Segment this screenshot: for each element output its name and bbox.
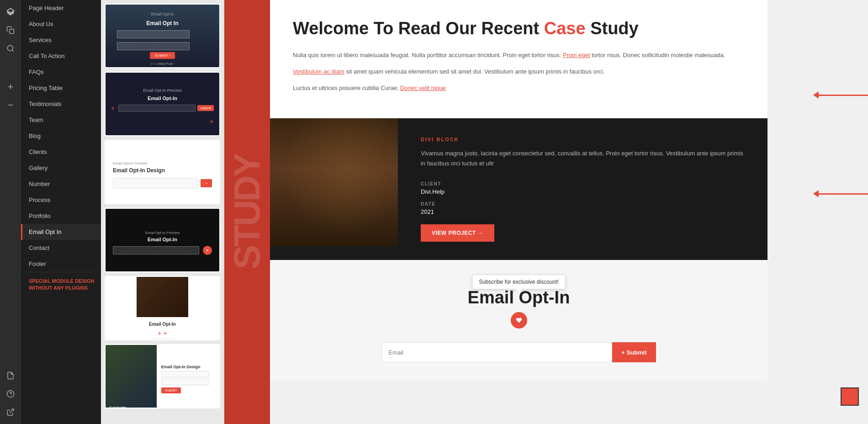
card3-submit-btn[interactable]: → [201, 179, 212, 187]
copy-icon[interactable] [2, 22, 19, 38]
help-icon[interactable] [2, 386, 19, 402]
case-body-1: Nulla quis lorem ut libero malesuada feu… [293, 50, 745, 60]
svg-rect-1 [10, 29, 14, 34]
vertical-text: STUDY [229, 154, 265, 269]
case-study-section: Welcome To Read Our Recent Case Study Nu… [270, 0, 767, 118]
card4-circle-btn[interactable] [203, 246, 212, 255]
thumbnail-panel: Email Opt In Email Opt In SUBMIT › • • •… [101, 0, 224, 424]
sidebar-item-footer[interactable]: Footer [21, 256, 101, 272]
divi-block-label: DIVI BLOCK [421, 137, 745, 142]
color-swatch[interactable] [841, 387, 859, 406]
email-submit-button[interactable]: + Submit [612, 342, 656, 362]
sidebar-item-page-header[interactable]: Page Header [21, 0, 101, 16]
email-input[interactable] [382, 342, 613, 362]
sidebar-item-blog[interactable]: Blog [21, 128, 101, 144]
search-icon[interactable] [2, 40, 19, 57]
nav-sidebar: Page Header About Us Services Call To Ac… [21, 0, 101, 424]
project-meta: CLIENT Divi.Help DATE 2021 [421, 181, 745, 215]
sidebar-item-services[interactable]: Services [21, 32, 101, 48]
arrow-indicator-2 [813, 190, 868, 197]
vestibulum-link[interactable]: Vestibulum ac diam [293, 68, 344, 75]
sidebar-item-pricing-table[interactable]: Pricing Table [21, 80, 101, 96]
page-icon[interactable] [2, 367, 19, 384]
thumbnail-6[interactable]: Get Notify On The Latest Design Email Op… [105, 344, 220, 408]
right-panel [767, 0, 868, 424]
project-info: DIVI BLOCK Vivamus magna justo, lacinia … [398, 118, 767, 260]
donec-link[interactable]: Donec velit nique [400, 85, 446, 91]
external-link-icon[interactable] [2, 404, 19, 420]
sidebar-item-number[interactable]: Number [21, 176, 101, 192]
email-form: + Submit [382, 342, 656, 362]
card6-submit-btn[interactable]: SUBMIT [161, 387, 180, 393]
vertical-text-area: STUDY [224, 0, 270, 424]
project-card: DIVI BLOCK Vivamus magna justo, lacinia … [270, 118, 767, 260]
sidebar-item-gallery[interactable]: Gallery [21, 160, 101, 176]
sidebar-item-call-to-action[interactable]: Call To Action [21, 48, 101, 64]
svg-marker-10 [206, 249, 208, 252]
sidebar-item-email-opt-in[interactable]: Email Opt In [21, 224, 101, 240]
case-body-3: Luctus et ultrices posuere cubilia Curae… [293, 83, 745, 93]
svg-line-9 [10, 409, 14, 413]
subscribe-tooltip: Subscribe for exclusive discount! [472, 275, 566, 289]
icon-sidebar [0, 0, 21, 424]
email-optin-section: DIVI BLOCK Email Opt-In Subscribe for ex… [270, 260, 767, 381]
title-highlight: Case [544, 19, 586, 38]
sidebar-item-faqs[interactable]: FAQs [21, 64, 101, 80]
svg-point-2 [7, 45, 13, 51]
add-icon[interactable] [2, 79, 19, 95]
view-project-button[interactable]: VIEW PROJECT → [421, 224, 494, 242]
sidebar-item-portfolio[interactable]: Portfolio [21, 208, 101, 224]
sidebar-item-process[interactable]: Process [21, 192, 101, 208]
svg-line-3 [12, 50, 13, 51]
proin-eget-link[interactable]: Proin eget [563, 52, 590, 58]
subtract-icon[interactable] [2, 97, 19, 113]
main-area: STUDY Welcome To Read Our Recent Case St… [224, 0, 868, 424]
sidebar-item-about-us[interactable]: About Us [21, 16, 101, 32]
thumbnail-3[interactable]: Email Opt-In Preview Email Opt-In Design… [105, 140, 220, 204]
layers-icon[interactable] [2, 4, 19, 20]
preview-scroll-area[interactable]: Welcome To Read Our Recent Case Study Nu… [270, 0, 767, 424]
arrow-indicator-1 [813, 91, 868, 99]
case-body-2: Vestibulum ac diam sit amet quam vehicul… [293, 67, 745, 77]
thumbnail-1[interactable]: Email Opt In Email Opt In SUBMIT › • • •… [105, 4, 220, 68]
sidebar-item-clients[interactable]: Clients [21, 144, 101, 160]
sidebar-item-testimonials[interactable]: Testimonials [21, 96, 101, 112]
card1-submit-btn[interactable]: SUBMIT › [150, 52, 175, 59]
sidebar-item-contact[interactable]: Contact [21, 240, 101, 256]
case-study-title: Welcome To Read Our Recent Case Study [293, 18, 745, 39]
thumbnail-4[interactable]: Email Opt-In Preview Email Opt-In [105, 208, 220, 272]
sidebar-item-special[interactable]: SPECIAL MODULE DESIGN WITHOUT ANY PLUGIN… [21, 272, 101, 297]
thumbnail-5[interactable]: Email Opt-In + + SUBMIT [105, 276, 220, 340]
subscribe-circle-button[interactable] [511, 312, 527, 329]
project-photo [270, 118, 398, 246]
sidebar-item-team[interactable]: Team [21, 112, 101, 128]
project-description: Vivamus magna justo, lacinia eget consec… [421, 148, 745, 169]
thumbnail-2[interactable]: Email Opt-In Preview Email Opt-In × subm… [105, 72, 220, 136]
card2-submit-btn[interactable]: submit [197, 105, 214, 111]
